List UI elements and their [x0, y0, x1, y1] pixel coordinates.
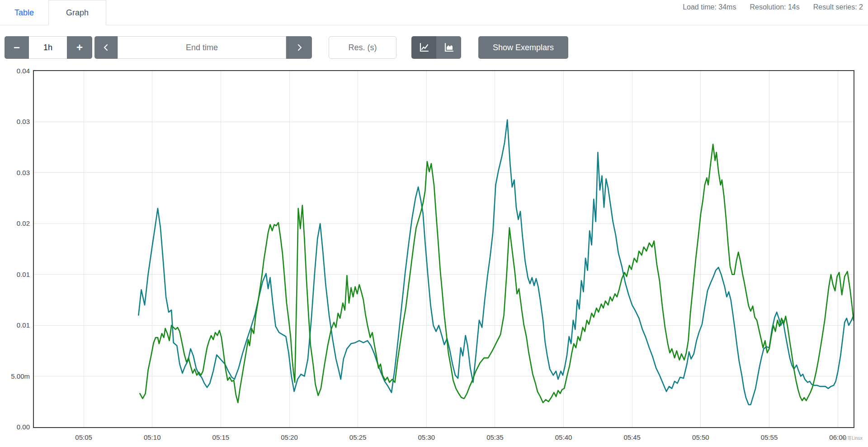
x-tick-label: 05:45: [612, 433, 652, 442]
graph-canvas[interactable]: [34, 71, 854, 427]
x-tick-label: 05:50: [680, 433, 721, 442]
plus-icon: +: [76, 42, 83, 53]
chart-type-toggle-group: [411, 36, 461, 59]
x-tick-label: 05:30: [406, 433, 447, 442]
graph-plot-area[interactable]: [33, 70, 854, 428]
tab-bar: Table Graph Load time: 34ms Resolution: …: [0, 0, 868, 25]
query-stats: Load time: 34ms Resolution: 14s Result s…: [683, 2, 863, 13]
range-input[interactable]: [29, 36, 67, 59]
line-chart-icon: [419, 43, 429, 52]
back-time-button[interactable]: [94, 36, 118, 59]
chevron-right-icon: [296, 44, 303, 51]
watermark: 林哥Linux: [843, 435, 863, 442]
resolution-group: [329, 36, 396, 59]
chevron-left-icon: [103, 44, 110, 51]
line-chart-toggle-button[interactable]: [411, 36, 436, 59]
stacked-chart-toggle-button[interactable]: [436, 36, 461, 59]
increase-range-button[interactable]: +: [67, 36, 92, 59]
x-tick-label: 05:10: [132, 433, 173, 442]
show-exemplars-button[interactable]: Show Exemplars: [478, 36, 568, 59]
series-2-green: [140, 144, 854, 403]
end-time-input[interactable]: [118, 36, 286, 59]
x-tick-label: 05:20: [269, 433, 310, 442]
stat-load-time: Load time: 34ms: [683, 3, 736, 11]
x-tick-label: 05:05: [63, 433, 104, 442]
series-1-teal: [138, 120, 854, 405]
y-tick-label: 0.01: [0, 271, 30, 279]
decrease-range-button[interactable]: −: [5, 36, 29, 59]
exemplars-group: Show Exemplars: [478, 36, 568, 59]
y-tick-label: 0.00: [0, 423, 30, 431]
x-tick-label: 05:55: [749, 433, 789, 442]
x-tick-label: 05:40: [543, 433, 584, 442]
end-time-group: [94, 36, 312, 59]
y-tick-label: 0.03: [0, 118, 30, 126]
y-tick-label: 0.02: [0, 219, 30, 228]
y-tick-label: 0.04: [0, 67, 30, 75]
x-tick-label: 05:25: [338, 433, 378, 442]
x-tick-label: 05:35: [475, 433, 515, 442]
stat-resolution: Resolution: 14s: [750, 3, 799, 11]
tab-graph[interactable]: Graph: [48, 0, 106, 25]
y-tick-label: 0.01: [0, 321, 30, 329]
x-tick-label: 05:15: [200, 433, 241, 442]
show-exemplars-label: Show Exemplars: [493, 43, 554, 52]
stacked-chart-icon: [444, 43, 454, 52]
minus-icon: −: [14, 42, 20, 53]
forward-time-button[interactable]: [286, 36, 312, 59]
resolution-input[interactable]: [329, 36, 396, 59]
tab-table[interactable]: Table: [0, 0, 48, 25]
y-tick-label: 5.00m: [0, 372, 30, 380]
y-tick-label: 0.03: [0, 169, 30, 177]
range-input-group: − +: [5, 36, 92, 59]
stat-result-series: Result series: 2: [813, 3, 863, 11]
